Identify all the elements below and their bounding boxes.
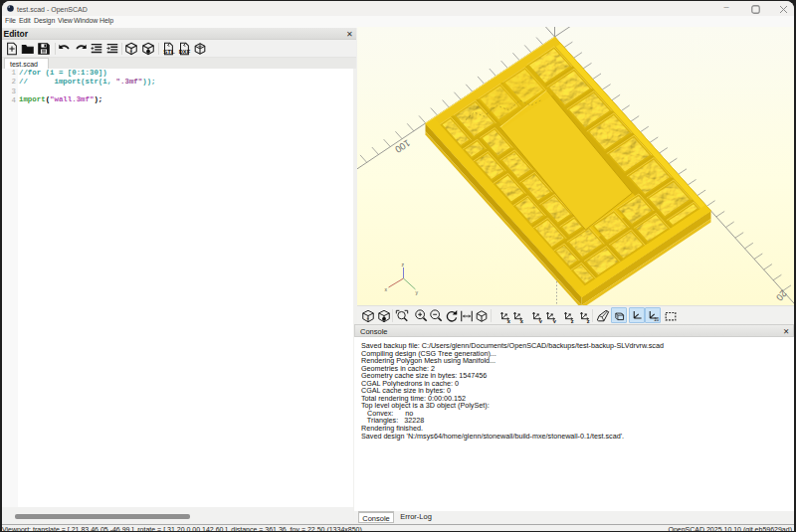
svg-text:»: » <box>366 316 369 321</box>
svg-text:y: y <box>553 318 557 323</box>
svg-text:z: z <box>401 262 404 267</box>
svg-text:x: x <box>520 318 524 323</box>
svg-text:y: y <box>539 318 543 323</box>
svg-text:y: y <box>415 289 418 295</box>
svg-text:x: x <box>384 286 387 292</box>
svg-text:20: 20 <box>773 288 788 303</box>
svg-text:z: z <box>587 318 590 323</box>
svg-text:STL: STL <box>163 48 175 55</box>
svg-text:100: 100 <box>393 137 412 155</box>
svg-text:DXF: DXF <box>179 49 191 55</box>
svg-text:10: 10 <box>654 317 659 322</box>
svg-text:z: z <box>571 318 574 323</box>
